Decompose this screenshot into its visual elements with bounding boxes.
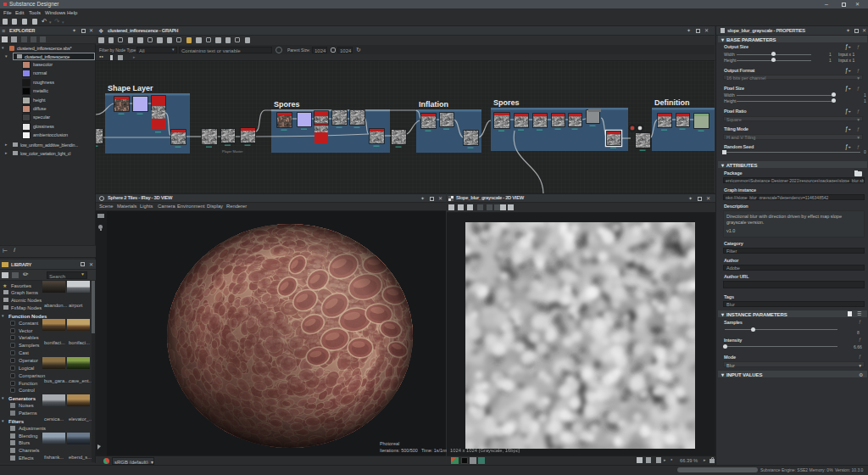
svg-text:Inflation: Inflation [419, 100, 448, 109]
svg-text:Spores: Spores [493, 98, 520, 107]
svg-text:Player Master: Player Master [222, 149, 243, 154]
svg-text:Definition: Definition [654, 98, 690, 107]
svg-text:Shape Layer: Shape Layer [108, 84, 153, 92]
svg-text:Spores: Spores [274, 100, 300, 109]
